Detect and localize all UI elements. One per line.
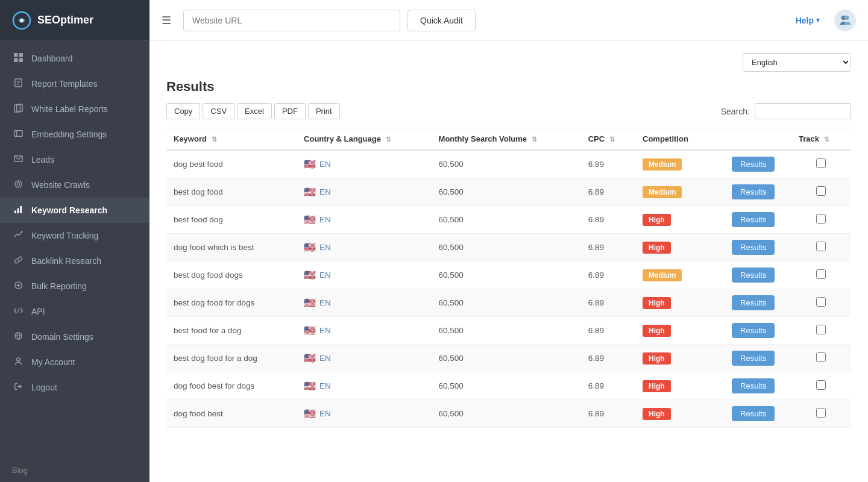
track-checkbox[interactable] [816, 186, 826, 196]
results-button[interactable]: Results [732, 268, 775, 283]
sidebar-label-keyword-tracking: Keyword Tracking [31, 231, 98, 240]
cell-keyword: best dog food for dogs [166, 289, 297, 317]
user-icon [838, 14, 852, 27]
sidebar-item-keyword-research[interactable]: Keyword Research [0, 198, 149, 223]
lang-code: EN [319, 271, 331, 280]
help-button[interactable]: Help ▾ [796, 16, 820, 25]
lang-code: EN [319, 243, 331, 252]
sidebar-label-leads: Leads [31, 155, 54, 164]
sidebar-item-backlink-research[interactable]: Backlink Research [0, 248, 149, 274]
menu-toggle-icon[interactable]: ☰ [162, 14, 171, 27]
table-row: best dog food for a dog 🇺🇸 EN 60,500 6.8… [166, 345, 851, 372]
track-checkbox[interactable] [816, 158, 826, 168]
competition-badge: Medium [643, 269, 682, 281]
svg-point-16 [17, 183, 20, 186]
results-button[interactable]: Results [732, 378, 775, 393]
export-copy-button[interactable]: Copy [166, 103, 200, 119]
th-cpc: CPC ⇅ [581, 128, 635, 151]
cell-results-btn: Results [715, 372, 791, 400]
flag-icon: 🇺🇸 [304, 297, 316, 308]
sidebar-item-leads[interactable]: Leads [0, 147, 149, 172]
cell-competition: High [635, 234, 715, 261]
sort-msv-icon[interactable]: ⇅ [532, 136, 537, 143]
sidebar-item-my-account[interactable]: My Account [0, 349, 149, 375]
lang-code: EN [319, 298, 331, 307]
table-row: dog best food 🇺🇸 EN 60,500 6.89 Medium R… [166, 150, 851, 178]
svg-rect-20 [20, 206, 22, 213]
sidebar-label-dashboard: Dashboard [31, 54, 73, 63]
results-button[interactable]: Results [732, 406, 775, 421]
cell-competition: High [635, 372, 715, 400]
cell-cpc: 6.89 [581, 372, 635, 400]
svg-line-25 [17, 308, 19, 313]
flag-icon: 🇺🇸 [304, 186, 316, 198]
svg-point-1 [20, 19, 24, 22]
quick-audit-button[interactable]: Quick Audit [407, 10, 476, 31]
sidebar-blog-link[interactable]: Blog [0, 459, 149, 482]
help-chevron-icon: ▾ [816, 16, 820, 24]
sidebar-item-report-templates[interactable]: Report Templates [0, 71, 149, 96]
sidebar-item-white-label-reports[interactable]: White Label Reports [0, 96, 149, 122]
cell-competition: Medium [635, 150, 715, 178]
website-url-input[interactable] [183, 10, 400, 31]
sidebar: SEOptimer Dashboard Report Templates Whi… [0, 0, 149, 482]
results-button[interactable]: Results [732, 240, 775, 255]
th-country-lang: Country & Language ⇅ [297, 128, 432, 151]
sidebar-navigation: Dashboard Report Templates White Label R… [0, 41, 149, 459]
cell-cpc: 6.89 [581, 150, 635, 178]
cell-track [791, 234, 851, 261]
results-button[interactable]: Results [732, 212, 775, 227]
language-select[interactable]: EnglishFrenchGermanSpanishItalian [743, 53, 851, 72]
results-button[interactable]: Results [732, 295, 775, 310]
sort-keyword-icon[interactable]: ⇅ [212, 136, 217, 143]
track-checkbox[interactable] [816, 352, 826, 362]
export-print-button[interactable]: Print [308, 103, 340, 119]
lang-code: EN [319, 381, 331, 390]
sidebar-item-domain-settings[interactable]: Domain Settings [0, 324, 149, 349]
sidebar-item-dashboard[interactable]: Dashboard [0, 46, 149, 71]
sidebar-logo[interactable]: SEOptimer [0, 0, 149, 41]
results-button[interactable]: Results [732, 351, 775, 366]
cell-country-lang: 🇺🇸 EN [297, 206, 432, 234]
lang-code: EN [319, 354, 331, 363]
export-pdf-button[interactable]: PDF [274, 103, 306, 119]
cell-msv: 60,500 [432, 317, 581, 345]
user-avatar-button[interactable] [834, 10, 856, 31]
export-excel-button[interactable]: Excel [237, 103, 272, 119]
search-area: Search: [721, 103, 851, 119]
cell-msv: 60,500 [432, 400, 581, 428]
track-checkbox[interactable] [816, 380, 826, 390]
cell-track [791, 400, 851, 428]
cell-competition: Medium [635, 178, 715, 206]
sort-track-icon[interactable]: ⇅ [824, 136, 829, 143]
results-button[interactable]: Results [732, 184, 775, 199]
track-checkbox[interactable] [816, 297, 826, 307]
track-checkbox[interactable] [816, 214, 826, 224]
cell-msv: 60,500 [432, 178, 581, 206]
cell-competition: High [635, 289, 715, 317]
track-checkbox[interactable] [816, 242, 826, 251]
track-checkbox[interactable] [816, 269, 826, 279]
sidebar-icon-keyword-research [12, 205, 24, 216]
search-input[interactable] [755, 103, 851, 119]
cell-cpc: 6.89 [581, 234, 635, 261]
track-checkbox[interactable] [816, 408, 826, 418]
sidebar-item-keyword-tracking[interactable]: Keyword Tracking [0, 223, 149, 248]
sidebar-item-logout[interactable]: Logout [0, 375, 149, 400]
sidebar-item-website-crawls[interactable]: Website Crawls [0, 172, 149, 198]
competition-badge: High [643, 325, 671, 337]
table-row: dog food best 🇺🇸 EN 60,500 6.89 High Res… [166, 400, 851, 428]
table-row: dog food best for dogs 🇺🇸 EN 60,500 6.89… [166, 372, 851, 400]
sidebar-item-bulk-reporting[interactable]: Bulk Reporting [0, 274, 149, 299]
flag-icon: 🇺🇸 [304, 242, 316, 253]
sidebar-item-api[interactable]: API [0, 299, 149, 324]
export-csv-button[interactable]: CSV [203, 103, 234, 119]
sidebar-icon-keyword-tracking [12, 230, 24, 241]
cell-results-btn: Results [715, 178, 791, 206]
sort-country-icon[interactable]: ⇅ [386, 136, 391, 143]
sort-cpc-icon[interactable]: ⇅ [609, 136, 615, 143]
track-checkbox[interactable] [816, 325, 826, 334]
results-button[interactable]: Results [732, 157, 775, 172]
sidebar-item-embedding-settings[interactable]: Embedding Settings [0, 122, 149, 147]
results-button[interactable]: Results [732, 323, 775, 338]
